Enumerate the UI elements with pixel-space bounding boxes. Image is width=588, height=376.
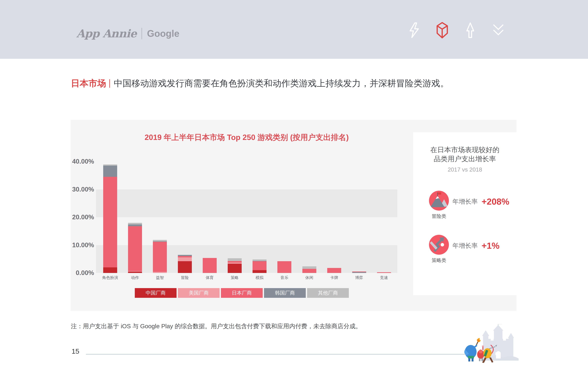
bar-休闲 <box>302 266 316 273</box>
google-logo: Google <box>147 28 179 39</box>
bar-segment-japan <box>228 261 242 262</box>
y-axis-tick: 0.00% <box>50 269 94 276</box>
bar-segment-korea <box>128 224 142 226</box>
stat-texts: 年增长率 +208% <box>452 197 509 207</box>
bar-segment-others <box>228 258 242 261</box>
bar-segment-japan <box>252 261 266 270</box>
bar-segment-korea <box>178 255 192 256</box>
y-axis-tick: 20.00% <box>50 213 94 221</box>
bar-segment-others <box>252 260 266 261</box>
castle-illustration <box>460 324 519 375</box>
page-number: 15 <box>72 347 79 355</box>
arrow-up-icon <box>462 22 479 39</box>
stat-label: 年增长率 <box>452 241 478 250</box>
bar-segment-japan <box>103 177 117 267</box>
bar-segment-china <box>178 261 192 273</box>
bar-模拟 <box>252 260 266 273</box>
bar-segment-us <box>153 272 167 273</box>
appannie-logo: App Annie <box>76 27 136 40</box>
bar-segment-korea <box>352 272 366 273</box>
chart-title: 2019 年上半年日本市场 Top 250 游戏类别 (按用户支出排名) <box>96 132 397 143</box>
bar-segment-japan <box>277 261 291 273</box>
x-axis-label: 体育 <box>198 275 221 280</box>
card-heading-line2: 品类用户支出增长率 <box>413 154 517 163</box>
page-title-highlight: 日本市场 <box>71 77 106 89</box>
y-axis-tick: 10.00% <box>50 241 94 249</box>
growth-stats-card: 在日本市场表现较好的 品类用户支出增长率 2017 vs 2018 冒险类 年增… <box>413 132 517 295</box>
legend-item-korea: 韩国厂商 <box>264 288 306 298</box>
x-axis-label: 模拟 <box>248 275 271 280</box>
bar-segment-china <box>252 270 266 273</box>
stat-value: +1% <box>482 241 500 251</box>
card-subtitle: 2017 vs 2018 <box>413 167 517 173</box>
stat-value: +208% <box>482 197 509 207</box>
y-axis: 0.00%10.00%20.00%30.00%40.00% <box>50 159 94 273</box>
bar-segment-china <box>103 267 117 273</box>
bar-segment-japan <box>178 256 192 257</box>
x-axis-label: 冒险 <box>173 275 197 280</box>
bar-segment-others <box>153 240 167 241</box>
stat-row-adventure: 冒险类 年增长率 +208% <box>413 190 517 219</box>
bar-博弈 <box>352 272 366 273</box>
legend-item-us: 美国厂商 <box>178 288 220 298</box>
title-separator <box>109 79 110 88</box>
x-axis-label: 卡牌 <box>323 275 346 280</box>
x-axis-label: 休闲 <box>297 275 321 280</box>
stat-icon-wrap: 策略类 <box>428 234 450 264</box>
x-axis-label: 音乐 <box>273 275 296 280</box>
bar-segment-us <box>178 257 192 261</box>
bar-益智 <box>153 240 167 273</box>
bar-segment-japan <box>203 258 217 273</box>
x-axis-label: 动作 <box>123 275 147 280</box>
legend-item-china: 中国厂商 <box>135 288 177 298</box>
y-axis-tick: 40.00% <box>50 158 94 165</box>
bar-segment-japan <box>302 269 316 273</box>
lightning-icon <box>406 22 423 39</box>
plot-area: 角色扮演动作益智冒险体育策略模拟音乐休闲卡牌博弈竞速 <box>96 159 397 273</box>
stat-texts: 年增长率 +1% <box>452 241 500 251</box>
footnote: 注：用户支出基于 iOS 与 Google Play 的综合数据。用户支出包含付… <box>71 322 424 330</box>
bar-segment-others <box>103 165 117 166</box>
bar-segment-china <box>228 264 242 273</box>
bar-segment-others <box>128 223 142 224</box>
header-band: App Annie Google <box>0 0 588 59</box>
page-title-text: 中国移动游戏发行商需要在角色扮演类和动作类游戏上持续发力，并深耕冒险类游戏。 <box>114 77 449 89</box>
y-axis-tick: 30.00% <box>50 186 94 193</box>
bar-音乐 <box>277 261 291 273</box>
bar-segment-japan <box>327 268 341 273</box>
bar-卡牌 <box>327 268 341 273</box>
legend-item-others: 其他厂商 <box>307 288 349 298</box>
bar-体育 <box>203 258 217 273</box>
x-axis-label: 角色扮演 <box>98 275 122 280</box>
bar-segment-us <box>228 262 242 264</box>
footer-divider-line <box>86 354 466 355</box>
card-heading: 在日本市场表现较好的 品类用户支出增长率 <box>413 145 517 163</box>
card-heading-line1: 在日本市场表现较好的 <box>413 145 517 154</box>
x-axis-label: 益智 <box>148 275 172 280</box>
bar-segment-korea <box>103 166 117 177</box>
bar-冒险 <box>178 255 192 273</box>
stat-row-strategy: 策略类 年增长率 +1% <box>413 234 517 264</box>
stat-category: 策略类 <box>432 257 446 264</box>
x-axis-label: 竞速 <box>372 275 396 280</box>
bar-竞速 <box>377 272 391 273</box>
bar-策略 <box>228 258 242 273</box>
mountain-icon <box>429 190 449 211</box>
bar-segment-japan <box>153 242 167 272</box>
header-icons <box>406 22 507 39</box>
bar-segment-japan <box>128 226 142 271</box>
strategy-icon <box>429 234 449 255</box>
bar-segment-others <box>302 266 316 269</box>
page-title: 日本市场 中国移动游戏发行商需要在角色扮演类和动作类游戏上持续发力，并深耕冒险类… <box>71 77 449 89</box>
stat-label: 年增长率 <box>452 198 478 206</box>
bar-segment-japan <box>377 272 391 273</box>
double-chevron-down-icon <box>490 22 507 39</box>
x-axis-label: 博弈 <box>347 275 371 280</box>
cube-icon <box>434 22 451 39</box>
bar-动作 <box>128 223 142 273</box>
bar-segment-china <box>128 272 142 273</box>
legend-item-japan: 日本厂商 <box>221 288 263 298</box>
bar-角色扮演 <box>103 165 117 273</box>
chart-legend: 中国厂商美国厂商日本厂商韩国厂商其他厂商 <box>135 288 349 298</box>
stat-icon-wrap: 冒险类 <box>428 190 450 219</box>
